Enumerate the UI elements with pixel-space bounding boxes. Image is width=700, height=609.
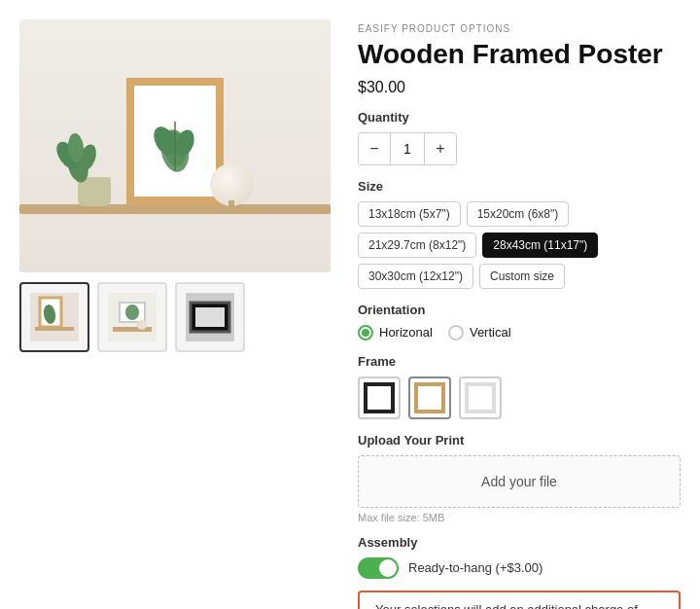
upload-note: Max file size: 5MB (358, 512, 681, 523)
lamp-stand-decoration (228, 200, 234, 214)
radio-horizontal-dot (358, 325, 373, 340)
thumb-3-svg (186, 293, 234, 341)
frame-swatch-light-inner (465, 382, 496, 413)
size-btn-28x43[interactable]: 28x43cm (11x17") (482, 233, 598, 258)
size-btn-30x30[interactable]: 30x30cm (12x12") (358, 264, 473, 289)
frame-swatch-wood-inner (414, 382, 445, 413)
frame-swatch-wood[interactable] (408, 376, 451, 419)
thumbnail-row (19, 282, 331, 352)
quantity-value: 1 (390, 133, 425, 164)
image-section (19, 19, 331, 609)
thumbnail-3[interactable] (175, 282, 245, 352)
quantity-plus-button[interactable]: + (425, 133, 456, 164)
quantity-control: − 1 + (358, 132, 457, 165)
frame-swatch-black[interactable] (358, 376, 401, 419)
thumbnail-1[interactable] (19, 282, 89, 352)
charge-banner: Your selections will add an additional c… (358, 591, 681, 609)
quantity-minus-button[interactable]: − (359, 133, 390, 164)
assembly-row: Ready-to-hang (+$3.00) (358, 557, 681, 579)
frame-section: Frame (358, 354, 681, 419)
app-label: EASIFY PRODUCT OPTIONS (358, 23, 681, 34)
orientation-horizontal[interactable]: Horizonal (358, 325, 433, 340)
main-product-image (19, 19, 331, 272)
frame-swatch-black-inner (364, 382, 395, 413)
arrow-indicator: ➜ (323, 603, 342, 609)
thumb-2-svg (108, 293, 157, 341)
upload-label: Upload Your Print (358, 433, 681, 448)
orientation-vertical[interactable]: Vertical (448, 325, 511, 340)
thumb-1-inner (21, 284, 88, 350)
page-wrapper: EASIFY PRODUCT OPTIONS Wooden Framed Pos… (0, 0, 700, 609)
frame-label: Frame (358, 354, 681, 369)
thumbnail-2[interactable] (97, 282, 167, 352)
upload-button-label: Add your file (481, 474, 557, 489)
quantity-label: Quantity (358, 110, 681, 125)
svg-point-15 (125, 304, 139, 320)
orientation-label: Orientation (358, 303, 681, 317)
assembly-section: Assembly Ready-to-hang (+$3.00) (358, 535, 681, 579)
orientation-vertical-label: Vertical (470, 325, 511, 340)
shelf-decoration (19, 204, 331, 214)
product-price: $30.00 (358, 79, 681, 96)
size-options: 13x18cm (5x7") 15x20cm (6x8") 21x29.7cm … (358, 201, 681, 289)
leaf-svg (146, 102, 204, 180)
assembly-label: Assembly (358, 535, 681, 550)
assembly-option-label: Ready-to-hang (+$3.00) (408, 560, 542, 575)
toggle-knob (379, 559, 397, 577)
radio-vertical-dot (448, 325, 464, 340)
upload-section: Upload Your Print Add your file Max file… (358, 433, 681, 523)
thumb-3-inner (177, 284, 243, 350)
plant-leaves-svg (49, 126, 107, 185)
orientation-section: Orientation Horizonal Vertical (358, 303, 681, 340)
product-title: Wooden Framed Poster (358, 38, 681, 71)
orientation-options: Horizonal Vertical (358, 325, 681, 340)
frame-swatch-light[interactable] (459, 376, 502, 419)
size-section: Size 13x18cm (5x7") 15x20cm (6x8") 21x29… (358, 179, 681, 289)
thumb-2-inner (99, 284, 165, 350)
quantity-section: Quantity − 1 + (358, 110, 681, 165)
size-btn-custom[interactable]: Custom size (479, 264, 565, 289)
svg-rect-20 (195, 307, 225, 327)
product-section: EASIFY PRODUCT OPTIONS Wooden Framed Pos… (358, 19, 681, 609)
size-btn-13x18[interactable]: 13x18cm (5x7") (358, 201, 461, 227)
svg-point-17 (137, 320, 147, 330)
frame-options (358, 376, 681, 419)
frame-art-decoration (126, 78, 224, 204)
svg-rect-12 (35, 327, 74, 331)
size-btn-15x20[interactable]: 15x20cm (6x8") (467, 201, 570, 227)
charge-text-before: Your selections will add an additional c… (375, 602, 638, 609)
orientation-horizontal-label: Horizonal (379, 325, 433, 340)
shelf-scene (19, 19, 331, 272)
thumb-1-svg (30, 293, 79, 341)
size-btn-21x29[interactable]: 21x29.7cm (8x12") (358, 233, 476, 258)
assembly-toggle[interactable] (358, 557, 399, 579)
size-label: Size (358, 179, 681, 194)
upload-box[interactable]: Add your file (358, 455, 681, 508)
charge-banner-wrapper: ➜ Your selections will add an additional… (358, 591, 681, 609)
